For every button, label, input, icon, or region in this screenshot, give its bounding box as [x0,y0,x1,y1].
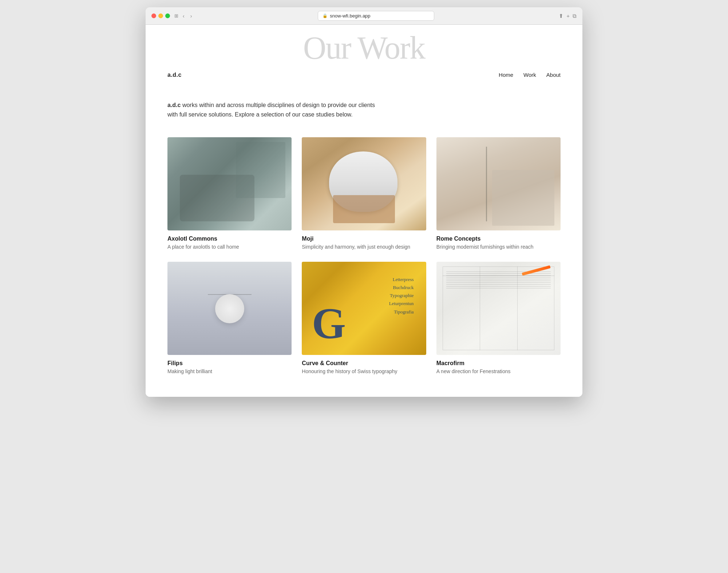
work-item-image-filips [167,262,292,355]
work-item-desc-moji: Simplicity and harmony, with just enough… [302,244,426,251]
address-bar[interactable]: 🔒 snow-wfi.begin.app [318,11,434,21]
work-item-image-rome [436,137,561,230]
brand-name: a.d.c [167,102,181,108]
hero-section: Our Work [146,25,582,64]
browser-controls: ⊞ ‹ › [174,12,193,20]
work-item-title-filips: Filips [167,360,292,367]
curve-line-1: Letterpress [389,276,414,284]
back-button[interactable]: ‹ [181,12,186,20]
curve-typography-text: Letterpress Buchdruck Typographie Leturp… [389,276,414,316]
nav-link-home[interactable]: Home [499,72,513,78]
browser-window: ⊞ ‹ › 🔒 snow-wfi.begin.app ⬆ + ⧉ Our Wor… [146,7,582,397]
macro-image [436,262,561,355]
description-section: a.d.c works within and across multiple d… [146,86,400,137]
work-item-image-moji [302,137,426,230]
work-item-desc-rome: Bringing modernist furnishings within re… [436,244,561,251]
nav-link-work[interactable]: Work [523,72,536,78]
share-button[interactable]: ⬆ [559,13,563,19]
moji-image [302,137,426,230]
new-tab-button[interactable]: + [566,13,570,19]
navbar: a.d.c Home Work About [146,64,582,86]
nav-logo[interactable]: a.d.c [167,72,182,78]
address-bar-wrapper: 🔒 snow-wfi.begin.app [198,11,554,21]
filips-image [167,262,292,355]
url-text: snow-wfi.begin.app [330,13,370,19]
work-item-title-moji: Moji [302,236,426,242]
forward-button[interactable]: › [189,12,194,20]
description-body: works within and across multiple discipl… [167,102,375,118]
work-item-desc-filips: Making light brilliant [167,368,292,375]
work-item-rome-concepts[interactable]: Rome Concepts Bringing modernist furnish… [436,137,561,251]
work-item-desc-curve: Honouring the history of Swiss typograph… [302,368,426,375]
curve-line-4: Leturprentun [389,300,414,308]
work-grid: Axolotl Commons A place for axolotls to … [146,137,582,397]
work-item-curve-counter[interactable]: Letterpress Buchdruck Typographie Leturp… [302,262,426,375]
close-button[interactable] [151,13,156,18]
curve-line-2: Buchdruck [389,284,414,292]
rome-image [436,137,561,230]
work-item-macrofirm[interactable]: Macrofirm A new direction for Fenestrati… [436,262,561,375]
browser-chrome: ⊞ ‹ › 🔒 snow-wfi.begin.app ⬆ + ⧉ [146,7,582,25]
page-content: Our Work a.d.c Home Work About a.d.c wor… [146,25,582,397]
work-item-image-macro [436,262,561,355]
maximize-button[interactable] [165,13,170,18]
nav-link-about[interactable]: About [546,72,561,78]
tabs-button[interactable]: ⧉ [573,13,577,19]
work-item-desc-macro: A new direction for Fenestrations [436,368,561,375]
work-item-axolotl-commons[interactable]: Axolotl Commons A place for axolotls to … [167,137,292,251]
work-item-title-macro: Macrofirm [436,360,561,367]
curve-g-letter: G [312,302,346,345]
work-item-image-axolotl [167,137,292,230]
hero-title: Our Work [146,32,582,64]
nav-links: Home Work About [499,72,561,78]
curve-line-5: Tipografia [389,308,414,316]
browser-actions: ⬆ + ⧉ [559,13,577,19]
axolotl-image [167,137,292,230]
lock-icon: 🔒 [323,13,328,18]
description-text: a.d.c works within and across multiple d… [167,100,379,119]
work-item-title-rome: Rome Concepts [436,236,561,242]
work-item-desc-axolotl: A place for axolotls to call home [167,244,292,251]
sidebar-toggle-button[interactable]: ⊞ [174,13,178,19]
minimize-button[interactable] [158,13,163,18]
work-item-title-axolotl: Axolotl Commons [167,236,292,242]
work-item-title-curve: Curve & Counter [302,360,426,367]
curve-image: Letterpress Buchdruck Typographie Leturp… [302,262,426,355]
work-item-filips[interactable]: Filips Making light brilliant [167,262,292,375]
work-item-moji[interactable]: Moji Simplicity and harmony, with just e… [302,137,426,251]
traffic-lights [151,13,170,18]
work-item-image-curve: Letterpress Buchdruck Typographie Leturp… [302,262,426,355]
curve-line-3: Typographie [389,292,414,300]
